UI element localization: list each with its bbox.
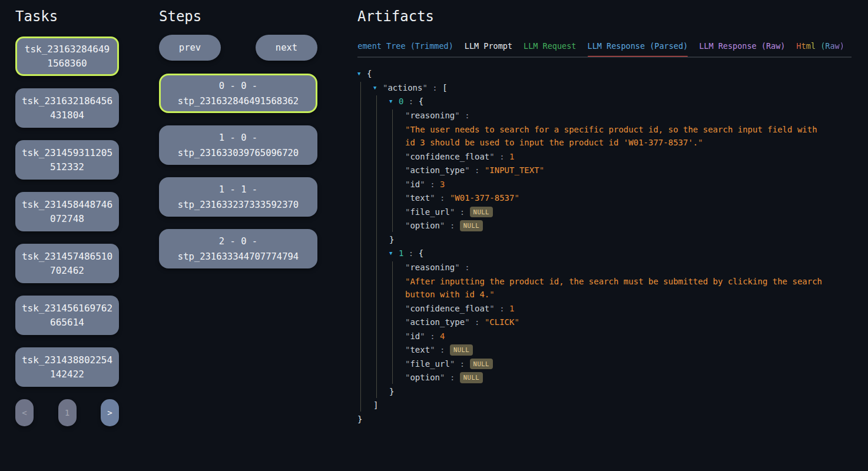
json-key: reasoning bbox=[410, 263, 455, 272]
task-id-label: tsk_231457486510702462 bbox=[21, 250, 114, 278]
json-number-value: 3 bbox=[440, 180, 445, 189]
json-key: action_type bbox=[410, 317, 465, 327]
steps-next-button[interactable]: next bbox=[256, 35, 317, 61]
json-prop-id: "id" : 4 bbox=[393, 330, 852, 343]
json-colon: : bbox=[445, 373, 459, 382]
json-close-row: } bbox=[377, 386, 852, 398]
artifacts-tabs: Element Tree (Trimmed)LLM PromptLLM Requ… bbox=[357, 41, 852, 58]
json-prop-action_type: "action_type" : "CLICK" bbox=[393, 316, 852, 329]
task-button[interactable]: tsk_231459311205512332 bbox=[15, 140, 119, 180]
json-bracket: } bbox=[389, 235, 394, 244]
tab-element-tree-trimmed[interactable]: Element Tree (Trimmed) bbox=[357, 41, 453, 57]
json-node-1: ▼1 : { bbox=[377, 247, 852, 260]
task-button[interactable]: tsk_231438802254142422 bbox=[15, 347, 119, 387]
json-key: action_type bbox=[410, 165, 465, 175]
json-key: id bbox=[410, 331, 420, 341]
json-colon: : bbox=[428, 83, 442, 92]
json-bracket: ] bbox=[373, 400, 378, 410]
artifacts-title: Artifacts bbox=[357, 8, 852, 25]
pagination-page-button[interactable]: 1 bbox=[58, 399, 77, 426]
json-quote: " bbox=[489, 304, 494, 313]
tab-llm-prompt[interactable]: LLM Prompt bbox=[465, 41, 512, 57]
step-id-label: 1 - 0 - stp_231633039765096720 bbox=[166, 130, 310, 161]
json-colon: : bbox=[425, 331, 440, 341]
step-button[interactable]: 0 - 0 - stp_231632846491568362 bbox=[159, 74, 317, 113]
json-quote: " bbox=[514, 317, 519, 327]
null-badge: NULL bbox=[460, 372, 483, 383]
json-quote: " bbox=[455, 111, 459, 120]
steps-prev-button[interactable]: prev bbox=[159, 35, 221, 61]
json-prop-reasoning: "reasoning" : bbox=[393, 110, 852, 122]
tasks-pagination: < 1 > bbox=[15, 399, 119, 426]
json-children-block: "reasoning" : "After inputting the produ… bbox=[392, 261, 852, 384]
json-quote: " bbox=[539, 165, 544, 175]
pagination-next-button[interactable]: > bbox=[101, 399, 119, 426]
artifacts-panel: Artifacts Element Tree (Trimmed)LLM Prom… bbox=[357, 8, 852, 427]
tab-html-raw[interactable]: Html (Raw) bbox=[797, 41, 844, 57]
json-quote: " bbox=[405, 277, 410, 286]
json-prop-text: "text" : NULL bbox=[393, 344, 852, 356]
tab-llm-request[interactable]: LLM Request bbox=[524, 41, 576, 57]
collapse-arrow-icon[interactable]: ▼ bbox=[389, 247, 399, 260]
json-number-value: 1 bbox=[509, 304, 514, 313]
collapse-arrow-icon[interactable]: ▼ bbox=[357, 68, 367, 80]
null-badge: NULL bbox=[450, 344, 473, 356]
task-button[interactable]: tsk_231632186456431804 bbox=[15, 88, 119, 128]
json-colon: : bbox=[455, 207, 469, 217]
json-quote: " bbox=[430, 193, 435, 203]
task-id-label: tsk_231632846491568360 bbox=[22, 42, 112, 71]
tab-llm-response-parsed[interactable]: LLM Response (Parsed) bbox=[588, 41, 688, 57]
json-colon: : bbox=[470, 165, 485, 175]
json-children-block: ▼"actions" : [▼0 : {"reasoning" : "The u… bbox=[360, 82, 852, 412]
json-quote: " bbox=[489, 290, 494, 299]
json-quote: " bbox=[698, 138, 703, 147]
step-button[interactable]: 1 - 1 - stp_231633237333592370 bbox=[159, 177, 317, 217]
task-button[interactable]: tsk_231632846491568360 bbox=[15, 37, 119, 76]
json-bracket: { bbox=[419, 248, 423, 258]
json-colon: : bbox=[425, 180, 440, 189]
json-bracket: } bbox=[357, 414, 362, 424]
json-colon: : bbox=[435, 345, 450, 354]
step-id-label: 2 - 0 - stp_231633344707774794 bbox=[166, 234, 310, 264]
json-colon: : bbox=[403, 97, 418, 106]
step-button[interactable]: 1 - 0 - stp_231633039765096720 bbox=[159, 125, 317, 165]
json-quote: " bbox=[455, 263, 459, 272]
json-viewer: ▼{▼"actions" : [▼0 : {"reasoning" : "The… bbox=[357, 68, 852, 426]
json-prop-confidence_float: "confidence_float" : 1 bbox=[393, 303, 852, 315]
collapse-arrow-icon[interactable]: ▼ bbox=[373, 82, 383, 94]
task-id-label: tsk_231456169762665614 bbox=[21, 301, 114, 330]
json-string-value: "After inputting the product id, the sea… bbox=[393, 275, 823, 301]
json-prop-option: "option" : NULL bbox=[393, 372, 852, 384]
json-children-block: ▼0 : {"reasoning" : "The user needs to s… bbox=[376, 95, 852, 398]
artifacts-tabs-row: Element Tree (Trimmed)LLM PromptLLM Requ… bbox=[357, 41, 852, 57]
json-bracket: } bbox=[389, 387, 394, 396]
json-prop-id: "id" : 3 bbox=[393, 178, 852, 191]
null-badge: NULL bbox=[470, 207, 493, 218]
task-button[interactable]: tsk_231456169762665614 bbox=[15, 296, 119, 335]
json-bracket: [ bbox=[442, 83, 447, 92]
tasks-title: Tasks bbox=[15, 8, 119, 25]
pagination-prev-button[interactable]: < bbox=[15, 399, 34, 426]
json-close-row: } bbox=[377, 234, 852, 246]
json-key: option bbox=[410, 221, 440, 230]
json-node-0: ▼0 : { bbox=[377, 95, 852, 108]
json-string-value: "The user needs to search for a specific… bbox=[393, 123, 823, 149]
step-button[interactable]: 2 - 0 - stp_231633344707774794 bbox=[159, 229, 317, 268]
json-prop-reasoning: "reasoning" : bbox=[393, 261, 852, 274]
collapse-arrow-icon[interactable]: ▼ bbox=[389, 95, 399, 108]
json-key: text bbox=[410, 193, 430, 203]
tab-llm-response-raw[interactable]: LLM Response (Raw) bbox=[699, 41, 785, 57]
json-colon: : bbox=[445, 221, 459, 230]
task-id-label: tsk_231458448746072748 bbox=[21, 198, 114, 226]
steps-list: 0 - 0 - stp_2316328464915683621 - 0 - st… bbox=[159, 74, 317, 268]
json-prop-file_url: "file_url" : NULL bbox=[393, 206, 852, 218]
task-button[interactable]: tsk_231457486510702462 bbox=[15, 244, 119, 283]
json-key: text bbox=[410, 345, 430, 354]
task-button[interactable]: tsk_231458448746072748 bbox=[15, 192, 119, 231]
json-bracket: { bbox=[367, 69, 372, 78]
json-prop-confidence_float: "confidence_float" : 1 bbox=[393, 151, 852, 163]
json-string-value: INPUT_TEXT bbox=[489, 165, 539, 175]
null-badge: NULL bbox=[470, 359, 493, 370]
json-string-value: W01-377-8537 bbox=[455, 193, 514, 203]
json-key: confidence_float bbox=[410, 152, 489, 161]
